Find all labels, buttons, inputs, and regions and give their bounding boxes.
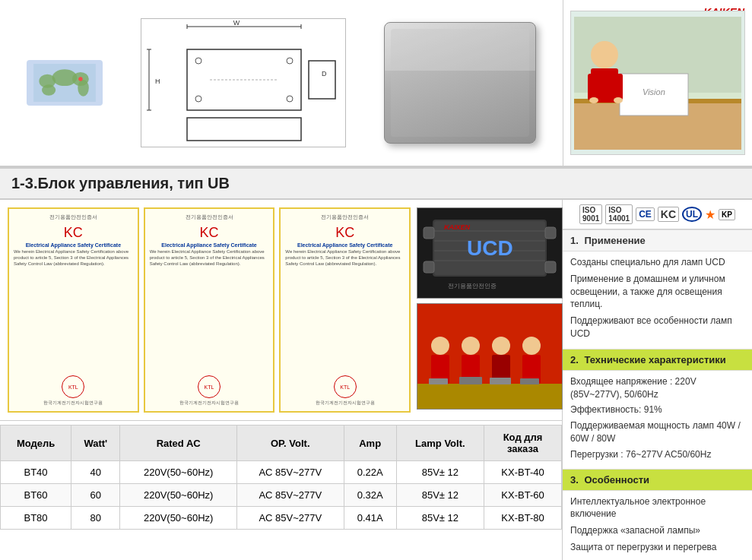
svg-text:전기용품안전인증: 전기용품안전인증 [448,283,497,289]
cert2-stamp: KTL [198,375,221,398]
cert1-logo: KC [14,225,133,241]
section1-title: Применение [584,235,645,246]
feat3: Защита от перегрузки и перегрева [570,541,744,554]
cert3-body: We herein Electrical Appliance Safety Ce… [285,249,405,267]
left-panel: 전기용품안전인증서 KC Electrical Appliance Safety… [0,200,563,560]
spec-table-body: BT4040220V(50~60Hz)AC 85V~277V0.22A85V± … [1,461,562,530]
svg-rect-37 [512,71,519,83]
table-cell-r0-c6: KX-BT-40 [484,461,562,484]
table-cell-r2-c6: KX-BT-80 [484,507,562,530]
factory-photo-top: KAIXEN UCD 전기용품안전인증 [417,207,563,299]
svg-rect-62 [545,261,556,273]
cert3-logo: KC [285,225,405,241]
cert-cards-area: 전기용품안전인증서 KC Electrical Appliance Safety… [8,207,411,413]
table-cell-r2-c3: AC 85V~277V [236,507,344,530]
table-cell-r1-c5: 85V± 12 [396,484,484,507]
section3-num: 3. [570,474,579,486]
table-cell-r1-c2: 220V(50~60Hz) [120,484,236,507]
col-header-op-volt: OP. Volt. [236,426,344,461]
table-cell-r2-c5: 85V± 12 [396,507,484,530]
cert2-footer: 한국기계전기전자시험연구원 [150,400,269,407]
cert3-header: 전기용품안전인증서 [285,214,405,221]
table-row: BT8080220V(50~60Hz)AC 85V~277V0.41A85V± … [1,507,562,530]
svg-rect-73 [417,384,562,409]
col-header-lamp-volt: Lamp Volt. [396,426,484,461]
section3-header: 3. Особенности [563,469,752,491]
lab-photo-svg: Vision [574,17,741,150]
table-cell-r2-c1: 80 [71,507,120,530]
world-map [27,60,103,106]
col-header-amp: Amp [344,426,396,461]
product-3d-svg [388,26,532,140]
cert3-stamp: KTL [334,375,357,398]
badge-kp: KP [719,209,735,220]
section1-content: Созданы специально для ламп UCD Применен… [563,252,752,349]
table-row: BT6060220V(50~60Hz)AC 85V~277V0.32A85V± … [1,484,562,507]
svg-point-65 [431,337,449,355]
table-cell-r1-c0: BT60 [1,484,71,507]
cert-card-2: 전기용품안전인증서 KC Electrical Appliance Safety… [144,207,275,413]
table-header-row: Модель Watt' Rated AC OP. Volt. Amp Lamp… [1,426,562,461]
technical-diagram: H W D [141,18,346,147]
table-cell-r0-c2: 220V(50~60Hz) [120,461,236,484]
section1-text3: Поддерживают все особенности ламп UCD [570,315,744,340]
svg-rect-34 [395,100,405,115]
table-cell-r0-c5: 85V± 12 [396,461,484,484]
top-left-area: H W D [0,0,563,166]
col-header-model: Модель [1,426,71,461]
svg-text:W: W [233,19,240,27]
table-cell-r2-c4: 0.41A [344,507,396,530]
factory-photo-bottom [417,303,563,410]
svg-marker-25 [403,41,521,52]
svg-marker-27 [509,41,521,121]
product-3d-render [384,22,536,144]
svg-rect-47 [614,74,623,100]
svg-point-71 [522,337,541,355]
title-bar: 1-3.Блок управления, тип UB [0,167,752,200]
svg-text:D: D [322,70,327,78]
cert3-title: Electrical Appliance Safety Certificate [285,242,405,248]
svg-rect-7 [141,19,345,147]
badge-iso9001: ISO9001 [579,204,602,224]
svg-rect-26 [403,52,509,121]
svg-point-49 [614,97,623,103]
main-content: 전기용품안전인증서 KC Electrical Appliance Safety… [0,200,752,560]
spec-table-section: Модель Watt' Rated AC OP. Volt. Amp Lamp… [0,420,562,533]
cert-cards-row: 전기용품안전인증서 KC Electrical Appliance Safety… [8,207,411,413]
factory-photos: KAIXEN UCD 전기용품안전인증 [417,207,563,413]
section1-text2: Применение в домашнем и уличном освещени… [570,273,744,311]
badge-iso14001: ISO14001 [605,204,633,224]
table-cell-r1-c1: 60 [71,484,120,507]
top-right-area: KAIKEN Vision [563,0,752,166]
cert2-header: 전기용품안전인증서 [150,214,269,221]
svg-point-69 [492,337,510,355]
right-panel: ISO9001 ISO14001 CE KC UL ★ KP 1. Примен… [563,200,752,560]
cert3-footer: 한국기계전기전자시험연구원 [285,400,405,407]
table-cell-r1-c3: AC 85V~277V [236,484,344,507]
page-title: 1-3.Блок управления, тип UB [11,175,230,192]
section2-content: Входящее напряжение : 220V (85V~277V), 5… [563,371,752,469]
svg-point-44 [591,41,618,68]
svg-text:H: H [155,78,160,85]
tech-text2: Эффективность: 91% [570,403,744,416]
svg-rect-36 [508,100,517,115]
cert1-body: We herein Electrical Appliance Safety Ce… [14,249,133,267]
svg-point-5 [78,80,89,96]
cert1-stamp: KTL [62,375,84,398]
table-cell-r0-c4: 0.22A [344,461,396,484]
section3-content: Интеллектуальное электронное включение П… [563,491,752,560]
svg-rect-77 [520,378,539,384]
section3-title: Особенности [584,474,649,486]
svg-rect-33 [395,58,405,73]
section1-num: 1. [570,235,579,246]
table-cell-r0-c1: 40 [71,461,120,484]
top-section: H W D [0,0,752,167]
lab-photo: Vision [570,11,745,155]
svg-text:KAIXEN: KAIXEN [444,223,471,231]
world-map-svg [30,64,99,102]
badge-ce: CE [636,207,655,221]
svg-rect-46 [588,74,597,100]
svg-rect-74 [429,378,448,384]
cert-card-3: 전기용품안전인증서 KC Electrical Appliance Safety… [279,207,411,413]
cert1-footer: 한국기계전기전자시험연구원 [14,400,133,407]
